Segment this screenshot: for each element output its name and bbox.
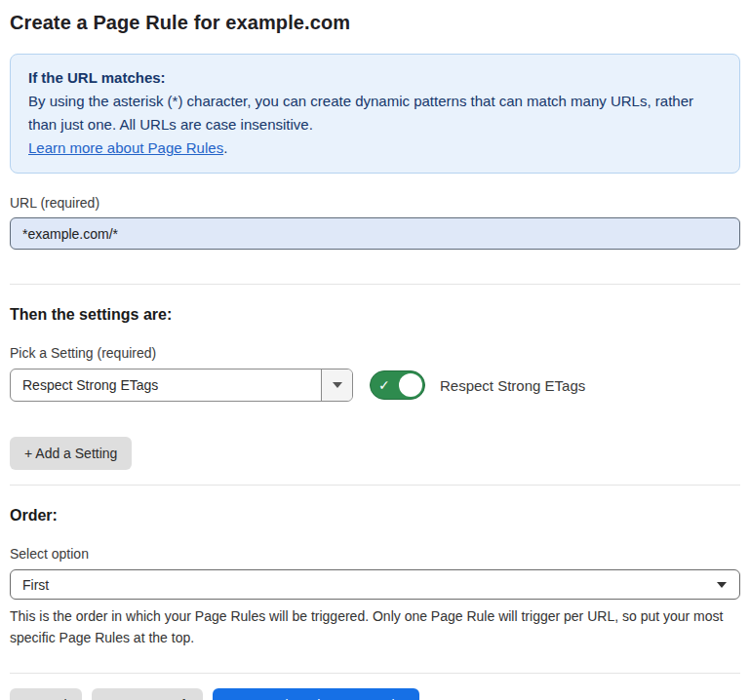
info-box-heading: If the URL matches: bbox=[28, 66, 722, 90]
order-select[interactable]: First bbox=[10, 569, 740, 600]
setting-select[interactable]: Respect Strong ETags bbox=[10, 369, 353, 402]
info-box-link-line: Learn more about Page Rules. bbox=[28, 136, 722, 160]
divider bbox=[10, 284, 740, 285]
add-setting-button[interactable]: + Add a Setting bbox=[10, 437, 132, 470]
settings-heading: Then the settings are: bbox=[10, 306, 740, 324]
cancel-button[interactable]: Cancel bbox=[10, 688, 82, 700]
chevron-down-icon bbox=[333, 382, 342, 388]
toggle-label: Respect Strong ETags bbox=[440, 377, 585, 394]
link-suffix: . bbox=[223, 139, 227, 156]
divider bbox=[10, 485, 740, 486]
order-select-value: First bbox=[22, 577, 49, 593]
save-and-deploy-button[interactable]: Save and Deploy Page Rule bbox=[213, 688, 419, 700]
setting-row: Respect Strong ETags ✓ Respect Strong ET… bbox=[10, 369, 740, 402]
divider bbox=[10, 673, 740, 674]
url-field-label: URL (required) bbox=[10, 195, 740, 211]
url-match-info-box: If the URL matches: By using the asteris… bbox=[10, 54, 740, 174]
save-as-draft-button[interactable]: Save as Draft bbox=[92, 688, 204, 700]
check-icon: ✓ bbox=[378, 378, 390, 392]
info-box-body: By using the asterisk (*) character, you… bbox=[28, 90, 722, 136]
chevron-down-icon bbox=[717, 582, 727, 588]
order-select-label: Select option bbox=[10, 546, 740, 562]
setting-picker-label: Pick a Setting (required) bbox=[10, 345, 740, 361]
url-input[interactable] bbox=[10, 217, 740, 250]
learn-more-link[interactable]: Learn more about Page Rules bbox=[28, 139, 223, 156]
form-actions: Cancel Save as Draft Save and Deploy Pag… bbox=[10, 688, 740, 700]
setting-select-value: Respect Strong ETags bbox=[11, 369, 321, 401]
order-heading: Order: bbox=[10, 507, 740, 525]
page-title: Create a Page Rule for example.com bbox=[10, 12, 740, 34]
toggle-knob bbox=[399, 373, 422, 397]
setting-toggle[interactable]: ✓ bbox=[370, 370, 425, 400]
setting-select-arrow-button[interactable] bbox=[321, 369, 352, 401]
order-help-text: This is the order in which your Page Rul… bbox=[10, 605, 740, 648]
page-rule-form: Create a Page Rule for example.com If th… bbox=[0, 0, 750, 700]
